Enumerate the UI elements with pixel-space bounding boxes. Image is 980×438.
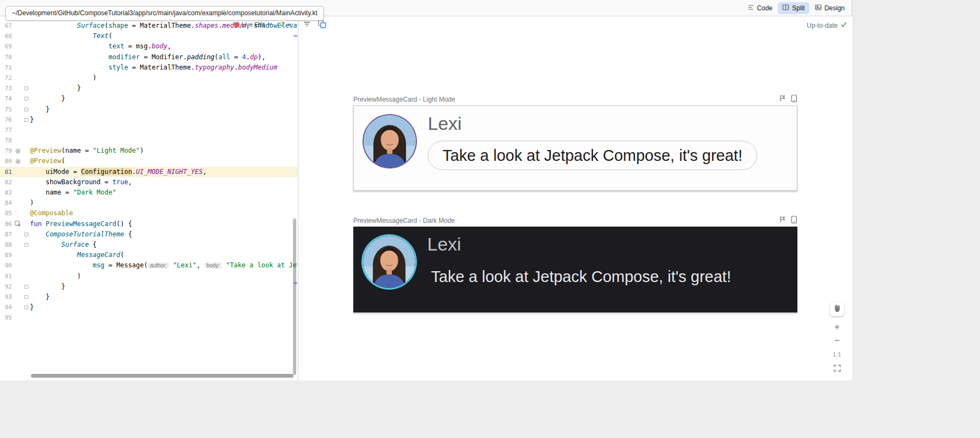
code-line-text: text = msg.body, bbox=[30, 41, 298, 52]
avatar-image bbox=[363, 236, 415, 288]
code-line-text: } bbox=[30, 292, 298, 302]
code-line[interactable]: 86fun PreviewMessageCard() { bbox=[0, 219, 298, 229]
compose-preview-pane: Up-to-date PreviewMessageCard - Light Mo… bbox=[298, 16, 852, 380]
message-bubble: Take a look at Jetpack Compose, it's gre… bbox=[428, 141, 757, 170]
fold-marker[interactable] bbox=[23, 97, 30, 101]
build-success-check-icon bbox=[279, 20, 285, 29]
run-on-device-icon[interactable] bbox=[791, 216, 797, 226]
line-number: 86 bbox=[0, 219, 13, 229]
fold-marker[interactable] bbox=[23, 243, 30, 247]
tab-code-view[interactable]: Code bbox=[743, 2, 777, 14]
line-number: 77 bbox=[0, 125, 13, 135]
up-to-date-check-icon bbox=[840, 21, 847, 29]
line-number: 91 bbox=[0, 271, 13, 281]
code-line[interactable]: 70 modifier = Modifier.padding(all = 4.d… bbox=[0, 52, 298, 62]
code-line[interactable]: 92 } bbox=[0, 281, 298, 292]
code-line[interactable]: 74 } bbox=[0, 93, 298, 104]
code-line[interactable]: 84) bbox=[0, 198, 298, 208]
fold-marker[interactable] bbox=[23, 86, 30, 90]
interactive-mode-icon[interactable] bbox=[779, 95, 786, 104]
code-line[interactable]: 71 style = MaterialTheme.typography.body… bbox=[0, 62, 298, 73]
line-number: 94 bbox=[0, 302, 13, 312]
layers-icon[interactable] bbox=[317, 20, 326, 30]
tab-design-view[interactable]: Design bbox=[810, 2, 849, 14]
code-line-text: Surface { bbox=[30, 240, 298, 250]
code-line-text: } bbox=[30, 281, 298, 292]
code-line[interactable]: 87 ComposeTutorialTheme { bbox=[0, 229, 298, 240]
breadcrumb-file-path[interactable]: ~/Development/GitHub/ComposeTutorial3/ap… bbox=[5, 6, 324, 21]
code-line[interactable]: 85@Composable bbox=[0, 208, 298, 218]
avatar-image bbox=[364, 115, 416, 167]
split-divider[interactable] bbox=[298, 16, 298, 380]
fold-marker[interactable] bbox=[23, 305, 30, 309]
code-line[interactable]: 76} bbox=[0, 115, 298, 125]
code-line[interactable]: 91 ) bbox=[0, 271, 298, 281]
filter-icon[interactable] bbox=[303, 20, 311, 30]
scrollbar-change-marker bbox=[294, 35, 297, 37]
code-line[interactable]: 75 } bbox=[0, 104, 298, 115]
message-bubble: Take a look at Jetpack Compose, it's gre… bbox=[427, 261, 731, 287]
code-line[interactable]: 88 Surface { bbox=[0, 240, 298, 250]
interactive-mode-icon[interactable] bbox=[779, 216, 786, 226]
zoom-out-button[interactable]: − bbox=[830, 335, 844, 347]
gear-icon[interactable] bbox=[13, 148, 23, 154]
tab-split-view[interactable]: Split bbox=[778, 2, 809, 14]
code-lines[interactable]: 67 Surface(shape = MaterialTheme.shapes.… bbox=[0, 21, 298, 323]
zoom-in-button[interactable]: + bbox=[830, 321, 844, 333]
line-number: 78 bbox=[0, 135, 13, 146]
code-line-text: Text( bbox=[30, 31, 298, 41]
fold-marker[interactable] bbox=[23, 118, 30, 122]
line-number: 80 bbox=[0, 156, 13, 166]
run-on-device-icon[interactable] bbox=[791, 95, 797, 105]
vertical-scrollbar[interactable] bbox=[293, 218, 296, 375]
tab-split-label: Split bbox=[792, 4, 804, 12]
code-line[interactable]: 68 Text( bbox=[0, 31, 298, 41]
code-line-text: name = "Dark Mode" bbox=[30, 187, 298, 198]
fold-marker[interactable] bbox=[23, 233, 30, 236]
code-line[interactable]: 81 uiMode = Configuration.UI_MODE_NIGHT_… bbox=[0, 167, 298, 177]
code-line[interactable]: 93 } bbox=[0, 292, 298, 302]
code-line[interactable]: 94} bbox=[0, 302, 298, 312]
zoom-to-fit-button[interactable] bbox=[830, 362, 844, 374]
preview-toolbar bbox=[303, 20, 326, 30]
run-preview-icon[interactable] bbox=[13, 221, 23, 227]
avatar bbox=[364, 115, 416, 167]
line-number: 81 bbox=[0, 167, 13, 177]
code-line[interactable]: 95 bbox=[0, 312, 298, 323]
live-edit-widget[interactable]: Live Edit bbox=[234, 21, 273, 28]
code-line[interactable]: 77 bbox=[0, 125, 298, 135]
code-line[interactable]: 69 text = msg.body, bbox=[0, 41, 298, 52]
code-line-text: ) bbox=[30, 198, 298, 208]
tab-code-label: Code bbox=[757, 4, 773, 12]
line-number: 83 bbox=[0, 187, 13, 198]
build-status-widget[interactable] bbox=[279, 20, 292, 29]
fold-marker[interactable] bbox=[23, 285, 30, 289]
chevron-down-icon bbox=[287, 20, 292, 29]
code-line[interactable]: 80@Preview( bbox=[0, 156, 298, 166]
code-line-text: msg = Message(author: "Lexi", body: "Tak… bbox=[30, 260, 298, 271]
message-card-light: Lexi Take a look at Jetpack Compose, it'… bbox=[353, 105, 797, 191]
fold-marker[interactable] bbox=[23, 295, 30, 299]
line-number: 76 bbox=[0, 115, 13, 125]
pan-button[interactable] bbox=[830, 302, 844, 316]
line-number: 69 bbox=[0, 41, 13, 52]
code-line[interactable]: 90 msg = Message(author: "Lexi", body: "… bbox=[0, 260, 298, 271]
fold-marker[interactable] bbox=[23, 108, 30, 111]
line-number: 85 bbox=[0, 208, 13, 218]
gear-icon[interactable] bbox=[13, 158, 23, 165]
code-editor-pane[interactable]: 67 Surface(shape = MaterialTheme.shapes.… bbox=[0, 16, 298, 380]
horizontal-scrollbar[interactable] bbox=[31, 374, 294, 378]
code-line[interactable]: 79@Preview(name = "Light Mode") bbox=[0, 146, 298, 156]
code-line[interactable]: 72 ) bbox=[0, 73, 298, 83]
code-line[interactable]: 73 } bbox=[0, 83, 298, 93]
code-line[interactable]: 89 MessageCard( bbox=[0, 250, 298, 260]
code-line-text: showBackground = true, bbox=[30, 177, 298, 187]
code-line-text: } bbox=[30, 83, 298, 93]
preview-actions bbox=[779, 95, 797, 105]
zoom-actual-size-button[interactable]: 1:1 bbox=[830, 348, 844, 360]
code-line[interactable]: 83 name = "Dark Mode" bbox=[0, 187, 298, 198]
code-line[interactable]: 82 showBackground = true, bbox=[0, 177, 298, 187]
code-line[interactable]: 78 bbox=[0, 135, 298, 146]
design-view-icon bbox=[815, 4, 822, 12]
preview-block-light: PreviewMessageCard - Light Mode bbox=[353, 95, 797, 191]
